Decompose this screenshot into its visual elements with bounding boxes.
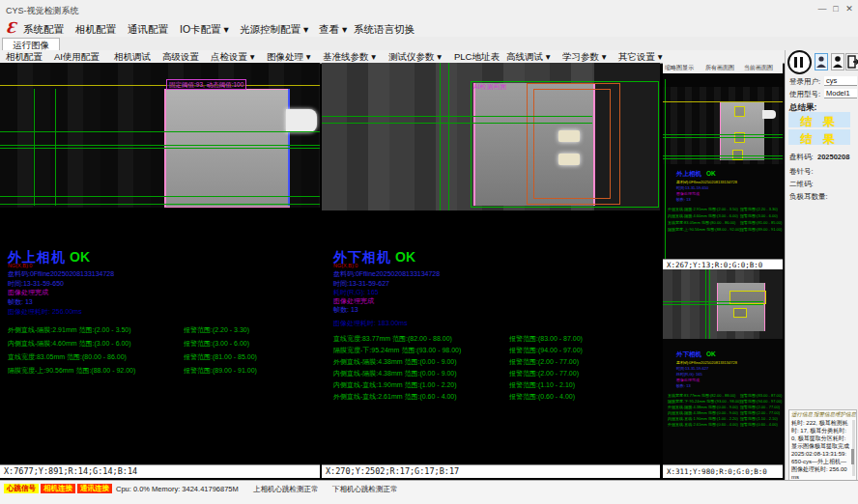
model-label: 使用型号:: [789, 90, 820, 99]
log-tab-maintain[interactable]: 维护信息: [835, 411, 856, 418]
log-tab-run[interactable]: 运行信息: [791, 411, 813, 418]
result-text: 结 果: [800, 132, 838, 146]
menu-language-switch[interactable]: 系统语言切换: [354, 23, 415, 37]
mini-measure: 隔膜宽度-上:90.56mm 范围:(88.00 - 92.00): [668, 227, 741, 232]
measurement-row: 直线宽度:83.77mm 范围:(82.00 - 88.00) 报警范围:(83…: [333, 334, 652, 343]
mini-marker-box: [733, 308, 747, 318]
mini-process-done: 图像处理完成: [676, 378, 700, 382]
logout-button[interactable]: [845, 53, 858, 70]
control-sidebar: 登录用户: cys 使用型号: Model1 总结果: 结 果 结 果 盘料码:…: [785, 50, 858, 480]
measurement-text: 外侧直线-隔膜:4.38mm 范围:(0.00 - 9.00): [333, 357, 457, 367]
alarm-range-text: 报警范围:(2.00 - 77.00): [509, 369, 579, 378]
mini-marker-box: [734, 106, 745, 117]
mini-measure: 内侧直线-直线:1.90mm 范围:(1.00 - 2.20): [668, 416, 738, 421]
user-login-button[interactable]: [815, 53, 828, 70]
measurement-text: 隔膜宽度-上:90.56mm 范围:(88.00 - 92.00): [8, 366, 135, 376]
process-time-text: 图像处理耗时: 256.00ms: [8, 307, 82, 317]
mini-measure-line: [663, 158, 783, 159]
thumb-tab-all[interactable]: 所有画面图: [705, 64, 734, 72]
measure-line: [0, 148, 320, 149]
measure-line: [0, 131, 320, 132]
alarm-range-text: 报警范围:(2.00 - 77.00): [509, 357, 579, 367]
barcode-text: 盘料码:0Ffline20250208133134728: [333, 269, 440, 279]
alarm-range-text: 报警范围:(0.60 - 4.00): [509, 392, 575, 402]
alarm-range-text: 报警范围:(2.20 - 3.30): [184, 325, 249, 335]
mini-connector-blob: [762, 110, 776, 119]
frame-count-text: 帧数: 13: [333, 305, 358, 315]
measurement-row: 内侧直线-直线:1.90mm 范围:(1.00 - 2.20) 报警范围:(1.…: [333, 380, 652, 389]
result-box-upper: 结 果: [788, 112, 850, 127]
mini-measure: 内侧直线-隔膜:4.38mm 范围:(0.00 - 9.00): [668, 410, 738, 415]
result-text: 结 果: [800, 115, 838, 128]
mini-green-vertical: [665, 79, 666, 259]
camera-status-ok: OK: [70, 249, 90, 265]
maximize-button[interactable]: □: [829, 4, 843, 14]
menu-camera-config[interactable]: 相机配置: [75, 23, 116, 37]
mini-time: 时间:13-31-59-627: [676, 366, 708, 371]
reference-line-yellow: [0, 85, 320, 86]
menu-io-config[interactable]: IO卡配置 ▾: [180, 23, 229, 37]
login-user-value: cys: [824, 76, 857, 86]
ng-counter: NG(X,B):0: [333, 263, 358, 268]
menu-system-config[interactable]: 系统配置: [23, 23, 64, 37]
pin-number-label: 卷针号:: [789, 167, 814, 177]
thumbnail-column: 缩略图显示 所有画面图 当前画面图 外上相机 OK 盘料码:0Ffline202…: [663, 63, 783, 480]
tab-run-image[interactable]: 运行图像: [2, 38, 60, 51]
mini-measure: 外侧直线-直线:2.61mm 范围:(0.60 - 4.00): [668, 422, 738, 427]
tool-bar: 相机配置 AI使用配置 相机调试 高级设置 点检设置 ▾ 图像处理 ▾ 基准线参…: [0, 50, 858, 64]
mini-measure-line: [663, 134, 783, 135]
pause-button[interactable]: [787, 50, 812, 74]
menu-light-config[interactable]: 光源控制配置 ▾: [240, 23, 308, 37]
app-logo-icon: Ɛ: [6, 19, 16, 37]
measure-line-vertical: [34, 89, 35, 206]
close-button[interactable]: ✕: [843, 4, 856, 14]
thumbnail-lower-camera[interactable]: 外下相机 OK 盘料码:0Ffline20250208133134728 时间:…: [663, 269, 783, 464]
mini-measure-line: [663, 155, 783, 156]
alarm-range-text: 报警范围:(83.00 - 87.00): [509, 334, 583, 344]
thumb-tab-overview[interactable]: 缩略图显示: [665, 64, 694, 72]
mini-measure: 内侧直线-隔膜:4.60mm 范围:(3.00 - 6.00): [668, 213, 738, 218]
alarm-range-text: 报警范围:(1.10 - 2.10): [509, 380, 575, 390]
camera-panel-lower: AI检测画面 外下相机 OK NG(X,B):0 盘料码:0Ffline2025…: [322, 63, 660, 480]
measure-line: [322, 123, 592, 124]
measurement-row: 外侧直线-直线:2.61mm 范围:(0.60 - 4.00) 报警范围:(0.…: [333, 392, 652, 401]
log-scrollbar[interactable]: [852, 420, 855, 476]
mini-extra: 耗时(R,G): 165: [676, 372, 702, 377]
mini-alarm: 报警范围:(81.00 - 85.00): [740, 220, 782, 225]
measurement-text: 外侧直线-隔膜:2.91mm 范围:(2.00 - 3.50): [8, 325, 131, 335]
minimize-button[interactable]: —: [815, 4, 829, 14]
ng-counter: NG(X,B):0: [8, 263, 32, 268]
thumbnail-upper-camera[interactable]: 外上相机 OK 盘料码:0Ffline20250208133134728 时间:…: [663, 73, 783, 259]
mini-camera-title: 外下相机: [676, 350, 701, 359]
measure-line-vertical: [55, 89, 56, 206]
thumb-tab-current[interactable]: 当前画面图: [744, 64, 773, 72]
alarm-range-text: 报警范围:(81.00 - 85.00): [184, 352, 257, 362]
roi-box-orange: [533, 89, 611, 199]
connector-blob: [286, 109, 317, 132]
pixel-coords-bar: X:311;Y:980;R:0;G:0;B:0: [663, 464, 783, 478]
measurement-row: 内侧直线-隔膜:4.60mm 范围:(3.00 - 6.00) 报警范围:(3.…: [8, 339, 317, 348]
menu-view[interactable]: 查看 ▾: [319, 23, 347, 37]
tab-highlight: [558, 130, 580, 142]
log-tab-alarm[interactable]: 报警信息: [814, 411, 835, 418]
title-bar: CYS-视觉检测系统 — □ ✕: [0, 0, 858, 20]
log-scroll-thumb[interactable]: [851, 449, 854, 464]
neg-tab-count-label: 负极耳数量:: [789, 192, 828, 202]
menu-comm-config[interactable]: 通讯配置: [128, 23, 168, 37]
mini-alarm: 报警范围:(1.10 - 2.10): [740, 416, 778, 421]
camera-connect-badge: 相机连接: [41, 484, 75, 493]
pause-icon: [800, 57, 803, 68]
cpu-memory-text: Cpu: 0.0% Memory: 3424.41796875M: [116, 485, 239, 493]
tab-strip: 运行图像: [0, 37, 858, 51]
mini-measure-line: [663, 304, 763, 305]
camera-panel-upper: 固定阈值:93, 动态阈值:100 外上相机 OK NG(X,B):0 盘料码:…: [0, 63, 320, 480]
app-window: CYS-视觉检测系统 — □ ✕ Ɛ 系统配置 相机配置 通讯配置 IO卡配置 …: [0, 0, 858, 504]
comm-connect-badge: 通讯连接: [77, 484, 112, 493]
measurement-text: 直线宽度:83.05mm 范围:(80.00 - 86.00): [8, 352, 127, 362]
measurement-row: 内侧直线-隔膜:4.38mm 范围:(0.00 - 9.00) 报警范围:(2.…: [333, 369, 652, 378]
alarm-range-text: 报警范围:(3.00 - 6.00): [184, 339, 249, 349]
user-manage-button[interactable]: [831, 53, 844, 70]
model-value: Model1: [824, 89, 857, 98]
mini-process-done: 图像处理完成: [676, 191, 700, 196]
log-box[interactable]: 运行信息 报警信息 维护信息 耗时: 222, 极耳检测耗时: 17, 极耳分类…: [788, 409, 857, 482]
